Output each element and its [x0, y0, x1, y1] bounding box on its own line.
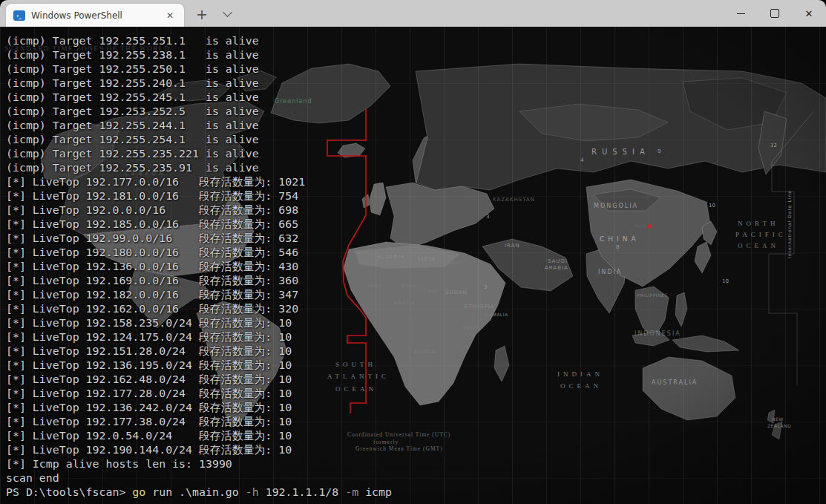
terminal-line: [*] LiveTop 192.124.175.0/24 段存活数量为: 10 [6, 330, 826, 344]
prompt-segment: go [132, 485, 145, 499]
terminal-line: [*] LiveTop 192.182.0.0/16 段存活数量为: 347 [6, 288, 826, 302]
minimize-button[interactable] [724, 0, 758, 27]
maximize-button[interactable] [758, 0, 792, 27]
terminal-line: (icmp) Target 192.255.245.1 is alive [6, 91, 826, 105]
prompt-segment: icmp [358, 485, 392, 499]
terminal-line: [*] LiveTop 192.136.242.0/24 段存活数量为: 10 [6, 401, 826, 415]
maximize-icon [770, 9, 779, 18]
terminal-output: (icmp) Target 192.255.251.1 is alive(icm… [0, 27, 826, 504]
prompt-segment: -m [345, 485, 358, 499]
prompt-segment: -h [246, 485, 259, 499]
tab-close-button[interactable]: ✕ [160, 7, 180, 24]
terminal-window: STANDARD TIME ZONES OF THE WORLDGreenlan… [0, 0, 826, 504]
close-icon: ✕ [805, 8, 813, 19]
terminal-line: [*] LiveTop 192.136.0.0/16 段存活数量为: 430 [6, 260, 826, 274]
minimize-icon [737, 13, 745, 14]
powershell-icon: ›_ [13, 10, 25, 21]
terminal-line: (icmp) Target 192.255.235.221 is alive [6, 147, 826, 161]
terminal-line: [*] LiveTop 192.181.0.0/16 段存活数量为: 754 [6, 189, 826, 203]
terminal-line: (icmp) Target 192.255.238.1 is alive [6, 48, 826, 62]
terminal-line: (icmp) Target 192.255.250.1 is alive [6, 62, 826, 76]
terminal-line: (icmp) Target 192.255.240.1 is alive [6, 76, 826, 91]
terminal-line: [*] LiveTop 192.180.0.0/16 段存活数量为: 546 [6, 246, 826, 260]
terminal-line: [*] LiveTop 192.0.0.0/16 段存活数量为: 698 [6, 203, 826, 217]
terminal-line: [*] Icmp alive hosts len is: 13990 [6, 457, 826, 471]
terminal-line: [*] LiveTop 192.136.195.0/24 段存活数量为: 10 [6, 359, 826, 373]
terminal-line: [*] LiveTop 192.177.38.0/24 段存活数量为: 10 [6, 415, 826, 429]
terminal-line: [*] LiveTop 192.99.0.0/16 段存活数量为: 632 [6, 232, 826, 246]
window-controls: ✕ [724, 0, 826, 27]
terminal-line: (icmp) Target 192.255.251.1 is alive [6, 34, 826, 48]
tab-title: Windows PowerShell [31, 10, 160, 21]
close-button[interactable]: ✕ [792, 0, 826, 27]
terminal-line: (icmp) Target 192.255.244.1 is alive [6, 119, 826, 133]
terminal-line: [*] LiveTop 192.0.54.0/24 段存活数量为: 10 [6, 429, 826, 443]
chevron-down-icon [223, 7, 232, 17]
terminal-line: [*] LiveTop 192.169.0.0/16 段存活数量为: 360 [6, 274, 826, 288]
prompt-line: PS D:\tools\fscan> go run .\main.go -h 1… [6, 485, 826, 500]
terminal-line: [*] LiveTop 192.162.0.0/16 段存活数量为: 320 [6, 302, 826, 316]
terminal-line: [*] LiveTop 192.151.28.0/24 段存活数量为: 10 [6, 344, 826, 359]
terminal-line: [*] LiveTop 192.158.235.0/24 段存活数量为: 10 [6, 316, 826, 330]
prompt-segment: PS D:\tools\fscan> [6, 485, 132, 499]
terminal-line: (icmp) Target 192.255.254.1 is alive [6, 133, 826, 147]
terminal-line: [*] LiveTop 192.190.144.0/24 段存活数量为: 10 [6, 443, 826, 457]
terminal-line: [*] LiveTop 192.185.0.0/16 段存活数量为: 665 [6, 217, 826, 232]
tab-windows-powershell[interactable]: ›_ Windows PowerShell ✕ [6, 4, 184, 27]
tab-dropdown-button[interactable] [217, 4, 237, 24]
terminal-line: (icmp) Target 192.253.252.5 is alive [6, 105, 826, 119]
titlebar: ›_ Windows PowerShell ✕ + ✕ [0, 0, 826, 27]
new-tab-button[interactable]: + [191, 4, 212, 24]
terminal-line: [*] LiveTop 192.177.28.0/24 段存活数量为: 10 [6, 387, 826, 401]
terminal-line: scan end [6, 471, 826, 485]
terminal-line: [*] LiveTop 192.177.0.0/16 段存活数量为: 1021 [6, 175, 826, 189]
terminal-line: (icmp) Target 192.255.235.91 is alive [6, 161, 826, 175]
prompt-segment: run .\main.go [145, 485, 245, 499]
terminal-line: [*] LiveTop 192.162.48.0/24 段存活数量为: 10 [6, 373, 826, 387]
prompt-segment: 192.1.1.1/8 [259, 485, 346, 499]
